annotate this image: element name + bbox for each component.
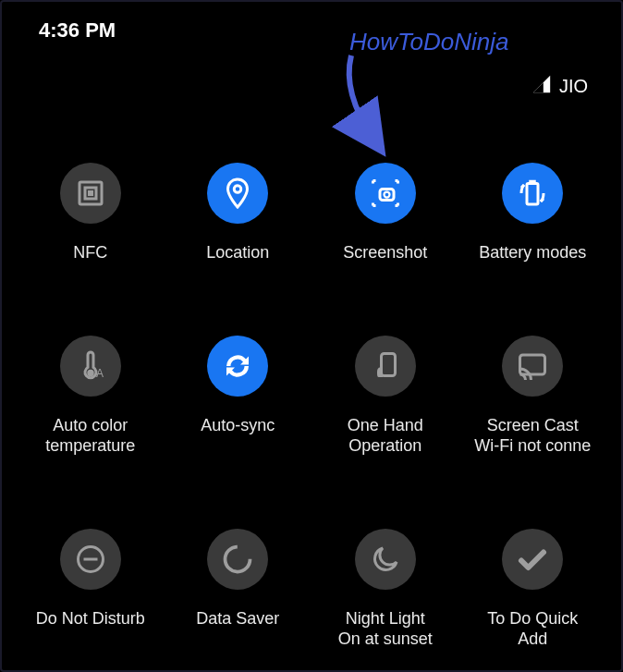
tile-label: Night Light On at sunset — [338, 608, 433, 650]
tile-night-light[interactable]: Night Light On at sunset — [312, 529, 459, 650]
annotation-label: HowToDoNinja — [349, 28, 508, 56]
status-time: 4:36 PM — [39, 18, 116, 43]
tile-data-saver[interactable]: Data Saver — [165, 529, 312, 650]
dnd-icon — [60, 529, 121, 590]
nightlight-icon — [355, 529, 416, 590]
tile-one-hand[interactable]: One Hand Operation — [312, 336, 459, 457]
status-bar: 4:36 PM — [2, 2, 621, 43]
svg-rect-7 — [530, 181, 535, 184]
tile-do-not-disturb[interactable]: Do Not Disturb — [17, 529, 165, 650]
onehand-icon — [355, 336, 416, 397]
network-label: JIO — [559, 76, 588, 97]
tile-label: Do Not Disturb — [36, 608, 145, 629]
tile-label: NFC — [73, 242, 107, 263]
network-indicator: JIO — [531, 74, 588, 98]
tile-label: Battery modes — [479, 242, 586, 263]
screenshot-icon — [355, 163, 416, 224]
tile-screenshot[interactable]: Screenshot — [312, 163, 459, 263]
check-icon — [502, 529, 563, 590]
signal-icon — [531, 74, 552, 98]
tile-label: Location — [206, 242, 269, 263]
tile-battery-modes[interactable]: Battery modes — [459, 163, 607, 263]
svg-rect-4 — [380, 189, 394, 201]
tile-label: Auto color temperature — [45, 415, 135, 457]
tile-label: One Hand Operation — [348, 415, 423, 457]
tile-auto-sync[interactable]: Auto-sync — [165, 336, 312, 457]
location-icon — [207, 163, 268, 224]
svg-point-3 — [235, 186, 242, 193]
battery-icon — [502, 163, 563, 224]
temperature-icon: A — [60, 336, 121, 397]
cast-icon — [502, 336, 563, 397]
tile-todo-quick-add[interactable]: To Do Quick Add — [459, 529, 607, 650]
nfc-icon — [60, 163, 121, 224]
svg-rect-6 — [527, 184, 538, 205]
svg-rect-2 — [89, 192, 92, 195]
tile-nfc[interactable]: NFC — [17, 163, 165, 263]
svg-rect-10 — [381, 353, 395, 375]
svg-text:A: A — [96, 367, 104, 380]
tile-location[interactable]: Location — [165, 163, 312, 263]
svg-rect-11 — [520, 355, 545, 374]
datasaver-icon — [207, 529, 268, 590]
tile-label: Auto-sync — [201, 415, 275, 436]
quick-settings-grid: NFC Location Screenshot Battery modes A … — [2, 43, 621, 650]
tile-auto-color-temperature[interactable]: A Auto color temperature — [17, 336, 165, 457]
sync-icon — [207, 336, 268, 397]
tile-screen-cast[interactable]: Screen Cast Wi-Fi not conne — [459, 336, 607, 457]
tile-label: Data Saver — [196, 608, 279, 629]
svg-point-14 — [226, 546, 250, 571]
svg-point-8 — [88, 370, 93, 375]
svg-point-5 — [384, 192, 389, 198]
tile-label: To Do Quick Add — [487, 608, 578, 650]
tile-label: Screen Cast Wi-Fi not conne — [474, 415, 591, 457]
tile-label: Screenshot — [343, 242, 427, 263]
